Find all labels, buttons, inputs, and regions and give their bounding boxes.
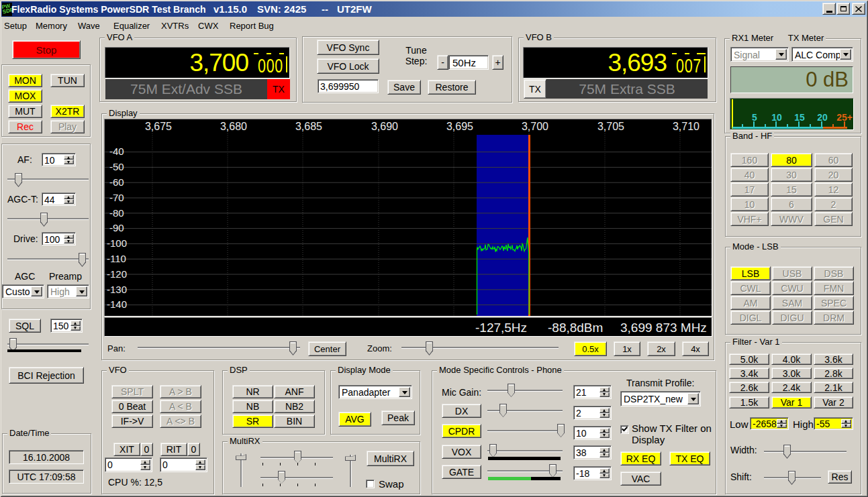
- svg-text:3,680: 3,680: [220, 121, 247, 132]
- svg-text:3,710: 3,710: [673, 121, 700, 132]
- svg-text:3,690: 3,690: [371, 121, 398, 132]
- svg-text:5: 5: [752, 112, 757, 123]
- svg-text:-130: -130: [107, 284, 127, 295]
- svg-text:-40: -40: [109, 146, 124, 157]
- svg-text:20: 20: [817, 112, 828, 123]
- svg-text:15: 15: [794, 112, 805, 123]
- svg-text:3,705: 3,705: [597, 121, 624, 132]
- svg-text:25+: 25+: [836, 112, 853, 123]
- svg-text:-120: -120: [107, 268, 127, 280]
- svg-text:-100: -100: [107, 237, 127, 249]
- svg-text:3,695: 3,695: [446, 121, 473, 132]
- svg-text:3,675: 3,675: [145, 121, 172, 132]
- svg-text:-80: -80: [109, 207, 124, 219]
- svg-text:3,700: 3,700: [522, 121, 548, 132]
- svg-text:3,685: 3,685: [295, 121, 322, 132]
- svg-text:-90: -90: [109, 222, 124, 233]
- svg-text:-50: -50: [109, 161, 124, 172]
- svg-text:-140: -140: [107, 298, 127, 310]
- svg-text:-70: -70: [109, 192, 124, 203]
- svg-text:10: 10: [771, 112, 782, 123]
- svg-text:-110: -110: [107, 253, 126, 264]
- svg-text:-60: -60: [109, 176, 124, 188]
